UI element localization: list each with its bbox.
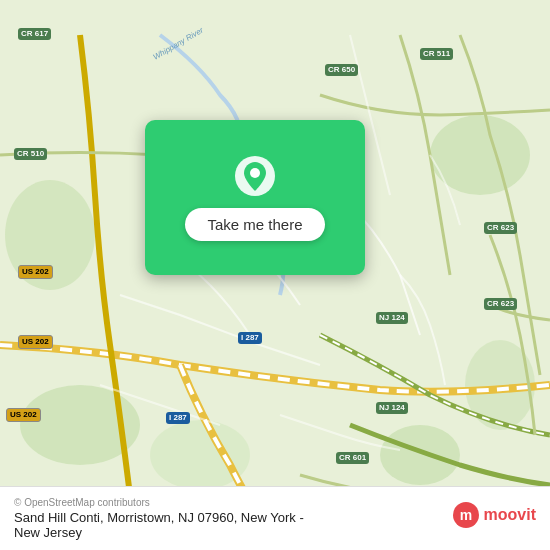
badge-cr601: CR 601: [336, 452, 369, 464]
address-line1: Sand Hill Conti, Morristown, NJ 07960, N…: [14, 510, 304, 525]
svg-point-9: [250, 168, 260, 178]
badge-cr617: CR 617: [18, 28, 51, 40]
moovit-text: moovit: [484, 506, 536, 524]
address-line2: New Jersey: [14, 525, 82, 540]
badge-cr511: CR 511: [420, 48, 453, 60]
badge-i287-1: I 287: [238, 332, 262, 344]
bottom-left: © OpenStreetMap contributors Sand Hill C…: [14, 497, 304, 540]
address-text: Sand Hill Conti, Morristown, NJ 07960, N…: [14, 510, 304, 540]
badge-nj124-2: NJ 124: [376, 402, 408, 414]
take-me-there-button[interactable]: Take me there: [185, 208, 324, 241]
svg-point-3: [380, 425, 460, 485]
badge-cr623-2: CR 623: [484, 298, 517, 310]
location-card: Take me there: [145, 120, 365, 275]
badge-us202-1: US 202: [18, 265, 53, 279]
map-container: Whippany River: [0, 0, 550, 550]
map-svg: Whippany River: [0, 0, 550, 550]
moovit-logo: m moovit: [452, 501, 536, 529]
badge-cr623-1: CR 623: [484, 222, 517, 234]
badge-nj124-1: NJ 124: [376, 312, 408, 324]
bottom-bar: © OpenStreetMap contributors Sand Hill C…: [0, 486, 550, 550]
badge-us202-3: US 202: [6, 408, 41, 422]
moovit-icon: m: [452, 501, 480, 529]
copyright-text: © OpenStreetMap contributors: [14, 497, 304, 508]
badge-cr650: CR 650: [325, 64, 358, 76]
location-pin-icon: [233, 154, 277, 198]
badge-us202-2: US 202: [18, 335, 53, 349]
badge-i287-2: I 287: [166, 412, 190, 424]
badge-cr510: CR 510: [14, 148, 47, 160]
svg-text:m: m: [459, 507, 471, 523]
